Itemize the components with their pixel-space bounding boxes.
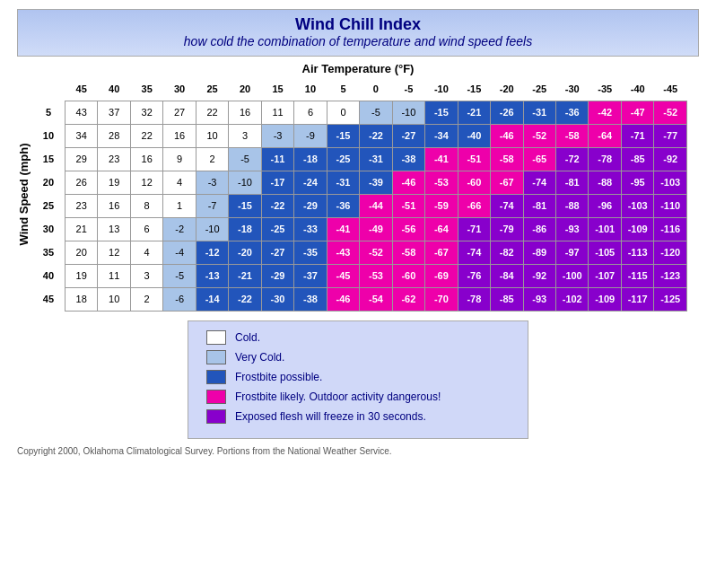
col-header: 40 xyxy=(98,77,130,101)
wind-speed-label: Wind Speed (mph) xyxy=(17,77,31,312)
wci-cell: -93 xyxy=(556,217,589,241)
wci-cell: -105 xyxy=(589,241,621,264)
col-header: 10 xyxy=(294,77,327,101)
wci-cell: -18 xyxy=(294,147,327,171)
legend-label: Very Cold. xyxy=(235,351,284,364)
wci-cell: -52 xyxy=(654,101,687,124)
wci-cell: 8 xyxy=(130,194,162,217)
wci-cell: -43 xyxy=(327,241,359,264)
wci-cell: 32 xyxy=(130,101,162,124)
wci-cell: -78 xyxy=(589,147,621,171)
wci-cell: -58 xyxy=(556,124,589,147)
wci-cell: -81 xyxy=(523,194,555,217)
wci-cell: -96 xyxy=(589,194,621,217)
wci-cell: -79 xyxy=(491,217,523,241)
wci-cell: -58 xyxy=(392,241,424,264)
wci-cell: -44 xyxy=(360,194,392,217)
wci-cell: -4 xyxy=(163,241,196,264)
wci-cell: -7 xyxy=(196,194,228,217)
wci-cell: 22 xyxy=(196,101,228,124)
wci-cell: -109 xyxy=(621,217,653,241)
wci-cell: 6 xyxy=(130,217,162,241)
wci-cell: 21 xyxy=(65,217,97,241)
wci-cell: 27 xyxy=(163,101,196,124)
wci-cell: 26 xyxy=(65,171,97,194)
col-header: -15 xyxy=(458,77,490,101)
wci-cell: -18 xyxy=(229,217,261,241)
col-header: -25 xyxy=(523,77,555,101)
wci-cell: -6 xyxy=(163,287,196,311)
col-header: -10 xyxy=(425,77,458,101)
wci-cell: 4 xyxy=(130,241,162,264)
wci-cell: -25 xyxy=(327,147,359,171)
wci-cell: -59 xyxy=(425,194,458,217)
wci-cell: 16 xyxy=(130,147,162,171)
row-speed-header: 30 xyxy=(32,217,65,241)
wci-cell: -125 xyxy=(654,287,687,311)
wci-cell: -51 xyxy=(392,194,424,217)
wci-cell: -120 xyxy=(654,241,687,264)
wci-cell: 3 xyxy=(229,124,261,147)
row-speed-header: 10 xyxy=(32,124,65,147)
wci-cell: 22 xyxy=(130,124,162,147)
header-box: Wind Chill Index how cold the combinatio… xyxy=(17,9,699,57)
wci-cell: -71 xyxy=(458,217,490,241)
table-row: 1034282216103-3-9-15-22-27-34-40-46-52-5… xyxy=(32,124,687,147)
wci-cell: -29 xyxy=(294,194,327,217)
wci-cell: -33 xyxy=(294,217,327,241)
wci-cell: 12 xyxy=(98,241,130,264)
wci-cell: -113 xyxy=(621,241,653,264)
table-row: 3021136-2-10-18-25-33-41-49-56-64-71-79-… xyxy=(32,217,687,241)
wci-cell: -77 xyxy=(654,124,687,147)
wci-cell: -101 xyxy=(589,217,621,241)
row-speed-header: 45 xyxy=(32,287,65,311)
wci-cell: -5 xyxy=(360,101,392,124)
wci-cell: -62 xyxy=(392,287,424,311)
legend-item: Cold. xyxy=(206,330,510,345)
wci-cell: -22 xyxy=(229,287,261,311)
wci-cell: -17 xyxy=(261,171,293,194)
wci-cell: 2 xyxy=(130,287,162,311)
wci-cell: -37 xyxy=(294,264,327,287)
legend-item: Frostbite possible. xyxy=(206,370,510,384)
wci-cell: -93 xyxy=(523,287,555,311)
wci-cell: -92 xyxy=(523,264,555,287)
wci-cell: -25 xyxy=(261,217,293,241)
wci-cell: -116 xyxy=(654,217,687,241)
wci-cell: -41 xyxy=(327,217,359,241)
wci-cell: -42 xyxy=(589,101,621,124)
wci-cell: -56 xyxy=(392,217,424,241)
wci-cell: -21 xyxy=(458,101,490,124)
legend-box: Cold.Very Cold.Frostbite possible.Frostb… xyxy=(188,320,528,439)
wci-cell: -41 xyxy=(425,147,458,171)
wci-cell: 1 xyxy=(163,194,196,217)
wci-cell: -54 xyxy=(360,287,392,311)
wci-cell: -67 xyxy=(491,171,523,194)
wci-cell: -38 xyxy=(392,147,424,171)
wci-cell: -3 xyxy=(261,124,293,147)
wci-cell: -53 xyxy=(425,171,458,194)
wci-cell: 16 xyxy=(98,194,130,217)
corner-cell xyxy=(32,77,65,101)
chart-area: Air Temperature (°F) Wind Speed (mph) 45… xyxy=(17,62,699,312)
wci-cell: -92 xyxy=(654,147,687,171)
wci-cell: 10 xyxy=(98,287,130,311)
wci-cell: -31 xyxy=(327,171,359,194)
wci-cell: -31 xyxy=(360,147,392,171)
wci-cell: -9 xyxy=(294,124,327,147)
wci-cell: 0 xyxy=(327,101,359,124)
wci-cell: -82 xyxy=(491,241,523,264)
wci-cell: -49 xyxy=(360,217,392,241)
col-header: 30 xyxy=(163,77,196,101)
wci-cell: -95 xyxy=(621,171,653,194)
wci-cell: -107 xyxy=(589,264,621,287)
wci-cell: -76 xyxy=(458,264,490,287)
wci-cell: -78 xyxy=(458,287,490,311)
wci-cell: 20 xyxy=(65,241,97,264)
wci-cell: -71 xyxy=(621,124,653,147)
wci-cell: -26 xyxy=(491,101,523,124)
wci-cell: 11 xyxy=(98,264,130,287)
table-row: 25231681-7-15-22-29-36-44-51-59-66-74-81… xyxy=(32,194,687,217)
table-row: 54337322722161160-5-10-15-21-26-31-36-42… xyxy=(32,101,687,124)
air-temp-label: Air Temperature (°F) xyxy=(17,62,699,75)
